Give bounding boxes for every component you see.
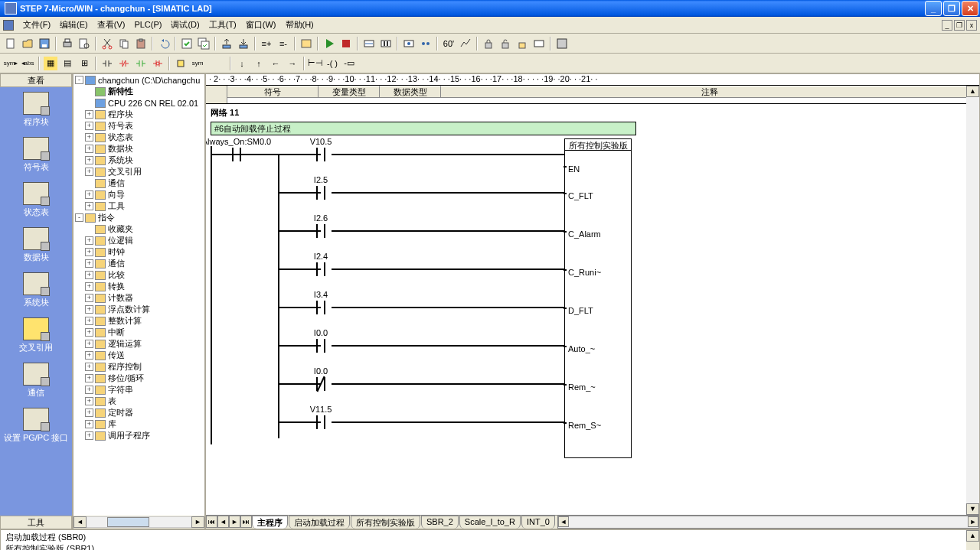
tree-node[interactable]: +通信 (74, 258, 204, 269)
tree-node[interactable]: +浮点数计算 (74, 304, 204, 315)
paste-button[interactable] (133, 36, 149, 51)
contact-nc-button[interactable] (116, 56, 132, 71)
contact-label[interactable]: I2.4 (314, 252, 328, 261)
unforce-button[interactable] (531, 36, 547, 51)
run-button[interactable] (322, 36, 337, 51)
save-button[interactable] (37, 36, 52, 51)
pause-status-button[interactable] (378, 36, 394, 51)
ladder-contact[interactable]: I0.0 (310, 336, 332, 354)
editor-tab[interactable]: Scale_I_to_R (459, 516, 521, 529)
tree-collapse-icon[interactable]: - (75, 76, 83, 84)
line-left-button[interactable]: ← (268, 56, 283, 71)
scroll-right-button[interactable]: ► (191, 516, 204, 528)
tree-expand-icon[interactable]: + (85, 408, 93, 417)
tree-expand-icon[interactable]: + (85, 351, 93, 360)
download-button[interactable] (236, 36, 251, 51)
tab-prev-button[interactable]: ◄ (217, 516, 229, 528)
tree-node[interactable]: 收藏夹 (74, 223, 204, 235)
tree-node[interactable]: +位逻辑 (74, 235, 204, 246)
new-button[interactable] (3, 36, 18, 51)
scroll-up-button[interactable]: ▲ (966, 86, 979, 97)
tab-last-button[interactable]: ⏭ (240, 516, 252, 528)
tree-expand-icon[interactable]: + (85, 145, 93, 153)
hscroll-right-button[interactable]: ► (968, 516, 978, 527)
unlock-button[interactable] (498, 36, 513, 51)
tree-node[interactable]: 新特性 (74, 86, 204, 97)
tree-node[interactable]: +逻辑运算 (74, 338, 204, 350)
ladder-contact[interactable]: V11.5 (310, 412, 332, 431)
tree-node[interactable]: +工具 (74, 200, 204, 212)
contact-label[interactable]: I0.0 (314, 328, 328, 337)
tree-node[interactable]: +调用子程序 (74, 430, 204, 441)
grid-button[interactable]: ⊞ (77, 56, 92, 71)
tree-expand-icon[interactable]: + (85, 317, 93, 325)
tree-node[interactable]: +程序块 (74, 109, 204, 120)
editor-tab[interactable]: 启动加载过程 (289, 516, 350, 529)
ladder-contact[interactable]: I2.4 (310, 259, 332, 278)
insert-box-button[interactable]: -▭ (341, 56, 357, 71)
copy-button[interactable] (116, 36, 132, 51)
tree-expand-icon[interactable]: + (85, 386, 93, 394)
editor-tab[interactable]: INT_0 (521, 516, 555, 529)
bookmarks-button[interactable]: ▤ (60, 56, 75, 71)
contact-always-on[interactable]: Always_On:SM0.0 (206, 137, 271, 146)
tree-expand-icon[interactable]: + (85, 202, 93, 210)
contact-label[interactable]: I3.4 (314, 290, 328, 299)
tree-node[interactable]: -指令 (74, 212, 204, 223)
tree-expand-icon[interactable]: + (85, 397, 93, 405)
maximize-button[interactable]: ❐ (943, 1, 960, 16)
tree-expand-icon[interactable]: + (85, 374, 93, 382)
contact-label[interactable]: V11.5 (310, 405, 332, 414)
tree-node[interactable]: +时钟 (74, 246, 204, 258)
menu-item[interactable]: 查看(V) (93, 18, 130, 31)
print-button[interactable] (60, 36, 75, 51)
menu-item[interactable]: 帮助(H) (281, 18, 318, 31)
nav-item[interactable]: 系统块 (0, 268, 72, 313)
tree-expand-icon[interactable]: + (85, 248, 93, 256)
tree-node[interactable]: +比较 (74, 269, 204, 281)
line-up-button[interactable]: ↑ (251, 56, 266, 71)
contact-label[interactable]: I0.0 (314, 366, 328, 376)
tree-node[interactable]: 通信 (74, 177, 204, 189)
status-chart-button[interactable]: 60' (441, 36, 456, 51)
tab-first-button[interactable]: ⏮ (206, 516, 217, 528)
tab-next-button[interactable]: ► (229, 516, 240, 528)
trend-button[interactable] (458, 36, 473, 51)
tree-node[interactable]: +交叉引用 (74, 166, 204, 177)
scroll-down-button[interactable]: ▼ (966, 503, 979, 515)
tree-expand-icon[interactable]: + (85, 259, 93, 268)
menu-item[interactable]: 调试(D) (166, 18, 204, 31)
tree-node[interactable]: +表 (74, 395, 204, 407)
tree-expand-icon[interactable]: + (85, 282, 93, 291)
minimize-button[interactable]: _ (925, 1, 942, 16)
tree-node[interactable]: +程序控制 (74, 361, 204, 373)
editor-tab[interactable]: SBR_2 (421, 516, 459, 529)
program-status-button[interactable] (361, 36, 377, 51)
tree-expand-icon[interactable]: + (85, 168, 93, 176)
lock-button[interactable] (481, 36, 496, 51)
tree-node[interactable]: +系统块 (74, 155, 204, 166)
editor-tab[interactable]: 主程序 (252, 516, 288, 529)
ladder-editor[interactable]: · 2· · ·3· · ·4· · ·5· · ·6· · ·7· · ·8·… (205, 73, 980, 529)
tree-expand-icon[interactable]: + (85, 110, 93, 119)
tree-expand-icon[interactable]: + (85, 271, 93, 279)
plc-info-button[interactable] (554, 36, 570, 51)
undo-button[interactable] (156, 36, 172, 51)
tree-expand-icon[interactable]: + (85, 294, 93, 302)
tree-node[interactable]: +定时器 (74, 407, 204, 418)
tree-expand-icon[interactable]: + (85, 340, 93, 348)
nav-item[interactable]: 数据块 (0, 223, 72, 268)
tree-node[interactable]: +状态表 (74, 132, 204, 143)
network-comment[interactable]: #6自动卸载停止过程 (211, 122, 636, 135)
insert-coil-button[interactable]: -( ) (325, 56, 340, 71)
multi-read-button[interactable] (418, 36, 433, 51)
toggle-poe-button[interactable] (299, 36, 314, 51)
abs-addr-button[interactable]: ◂abs (20, 56, 35, 71)
editor-vscrollbar[interactable]: ▲ ▼ (966, 86, 979, 515)
nav-item[interactable]: 交叉引用 (0, 313, 72, 358)
tree-expand-icon[interactable]: + (85, 236, 93, 245)
force-button[interactable] (514, 36, 530, 51)
tree-node[interactable]: +中断 (74, 327, 204, 338)
cut-button[interactable] (100, 36, 115, 51)
upload-button[interactable] (219, 36, 234, 51)
